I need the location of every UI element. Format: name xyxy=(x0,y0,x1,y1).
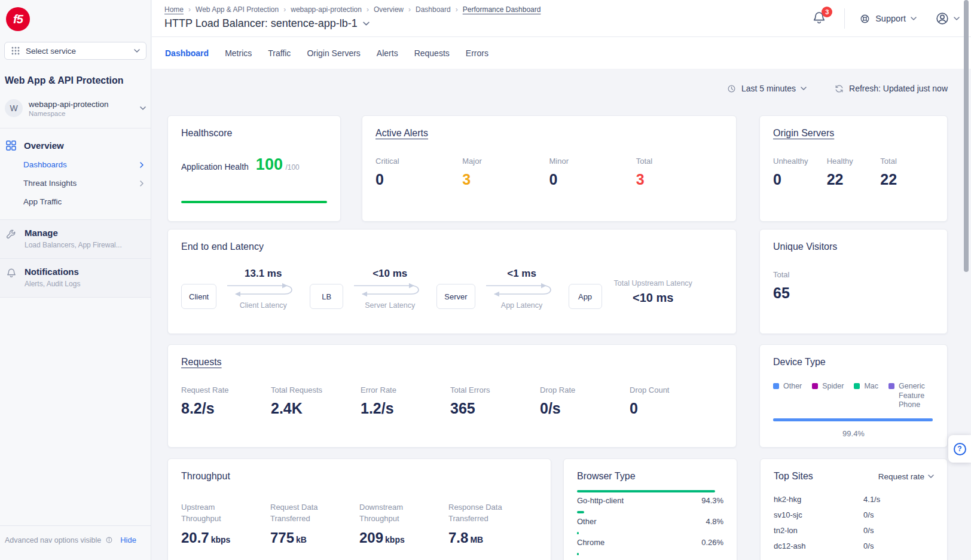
breadcrumb-item[interactable]: webapp-api-protection xyxy=(291,5,362,14)
help-button[interactable]: ? xyxy=(948,435,971,463)
manage-sublabel: Load Balancers, App Firewal... xyxy=(25,241,122,249)
notifications-bell-button[interactable]: 3 xyxy=(812,11,828,26)
legend-swatch xyxy=(888,383,894,389)
latency-hop-app: <1 ms App Latency xyxy=(484,268,560,310)
tab-origin-servers[interactable]: Origin Servers xyxy=(307,48,360,58)
healthscore-bar xyxy=(181,201,327,203)
chevron-down-icon xyxy=(140,106,146,110)
browser-type-title: Browser Type xyxy=(577,471,723,482)
browser-type-card: Browser Type Go-http-client 94.3% Other xyxy=(563,458,737,560)
support-menu[interactable]: Support xyxy=(859,13,917,25)
stat-major: Major 3 xyxy=(462,157,549,188)
chevron-down-icon xyxy=(954,17,960,20)
breadcrumb-separator: › xyxy=(456,5,458,14)
browser-bar xyxy=(577,511,584,513)
manage-label: Manage xyxy=(25,228,122,238)
device-type-legend: Other Spider Mac Generic Feature Phone xyxy=(773,382,934,410)
stat-error-rate: Error Rate 1.2/s xyxy=(361,385,450,417)
stat-healthy: Healthy 22 xyxy=(827,157,881,188)
sidebar-item-threat-insights[interactable]: Threat Insights xyxy=(0,174,151,192)
unique-visitors-title: Unique Visitors xyxy=(773,241,934,252)
active-alerts-title-link[interactable]: Active Alerts xyxy=(375,128,428,138)
latency-node-client: Client xyxy=(181,284,216,309)
overview-grid-icon xyxy=(6,140,16,151)
hide-nav-link[interactable]: Hide xyxy=(120,535,136,544)
namespace-name: webapp-api-protection xyxy=(29,100,109,109)
namespace-selector[interactable]: W webapp-api-protection Namespace xyxy=(5,99,146,117)
title-chevron-down-icon[interactable] xyxy=(363,22,370,26)
breadcrumb-item[interactable]: Dashboard xyxy=(416,5,451,14)
breadcrumb-current[interactable]: Performance Dashboard xyxy=(463,5,541,14)
app-traffic-label: App Traffic xyxy=(23,197,62,206)
requests-title-link[interactable]: Requests xyxy=(181,357,222,367)
stat-alerts-total: Total 3 xyxy=(636,157,723,188)
sidebar-item-manage[interactable]: Manage Load Balancers, App Firewal... xyxy=(0,219,151,258)
breadcrumb-separator: › xyxy=(408,5,411,14)
throughput-card: Throughput Upstream Throughput 20.7kbps … xyxy=(167,458,551,560)
top-sites-sort-dropdown[interactable]: Request rate xyxy=(878,472,934,481)
top-site-row: hk2-hkg 4.1/s xyxy=(774,491,934,507)
browser-row-other: Other 4.8% xyxy=(577,511,723,526)
chevron-down-icon xyxy=(134,49,140,53)
device-type-bar xyxy=(773,418,933,421)
sidebar-footer: Advanced nav options visible Hide xyxy=(0,525,151,560)
app-root: f5 Select service Web App & API Protecti… xyxy=(0,0,971,560)
breadcrumb-separator: › xyxy=(188,5,191,14)
legend-swatch xyxy=(854,383,860,389)
tab-alerts[interactable]: Alerts xyxy=(377,48,398,58)
breadcrumb-item[interactable]: Web App & API Protection xyxy=(196,5,279,14)
notification-badge: 3 xyxy=(822,7,832,17)
tab-dashboard[interactable]: Dashboard xyxy=(165,48,209,58)
stat-unhealthy: Unhealthy 0 xyxy=(773,157,827,188)
stat-total-requests: Total Requests 2.4K xyxy=(271,385,361,417)
chevron-down-icon xyxy=(928,475,934,478)
browser-bar xyxy=(577,553,579,555)
header-right: 3 Support xyxy=(812,0,960,37)
top-site-row: sv10-sjc 0/s xyxy=(774,507,934,522)
refresh-button[interactable]: Refresh: Updated just now xyxy=(834,84,948,94)
latency-node-app: App xyxy=(569,284,602,309)
breadcrumb-home[interactable]: Home xyxy=(164,5,184,14)
main-area: Home › Web App & API Protection › webapp… xyxy=(152,0,971,560)
stat-minor: Minor 0 xyxy=(549,157,636,188)
tab-errors[interactable]: Errors xyxy=(466,48,488,58)
legend-swatch xyxy=(773,383,779,389)
chevron-down-icon xyxy=(911,17,917,20)
sidebar-nav: Overview Dashboards Threat Insights App … xyxy=(0,128,151,219)
origin-servers-card: Origin Servers Unhealthy 0 Healthy 22 To… xyxy=(759,115,948,222)
top-site-row: dc12-ash 0/s xyxy=(774,538,934,553)
sidebar-item-overview[interactable]: Overview xyxy=(0,136,151,155)
clock-icon xyxy=(726,84,737,94)
browser-row-go-http-client: Go-http-client 94.3% xyxy=(577,490,723,505)
tab-bar: Dashboard Metrics Traffic Origin Servers… xyxy=(152,37,971,69)
breadcrumb-item[interactable]: Overview xyxy=(374,5,404,14)
user-menu[interactable] xyxy=(935,11,960,26)
latency-title: End to end Latency xyxy=(181,241,723,252)
header-divider xyxy=(844,8,845,29)
service-section-title: Web App & API Protection xyxy=(5,75,146,86)
notifications-sublabel: Alerts, Audit Logs xyxy=(25,280,80,288)
stat-request-rate: Request Rate 8.2/s xyxy=(181,385,271,417)
top-site-row: tn2-lon 0/s xyxy=(774,522,934,538)
tab-metrics[interactable]: Metrics xyxy=(225,48,252,58)
select-service-dropdown[interactable]: Select service xyxy=(4,42,146,60)
tab-traffic[interactable]: Traffic xyxy=(268,48,291,58)
active-alerts-card: Active Alerts Critical 0 Major 3 Minor 0 xyxy=(362,115,737,222)
requests-card: Requests Request Rate 8.2/s Total Reques… xyxy=(167,344,737,448)
info-icon[interactable] xyxy=(105,535,114,544)
origin-servers-title-link[interactable]: Origin Servers xyxy=(773,128,834,138)
loop-arrow-icon xyxy=(225,280,301,300)
sidebar-item-app-traffic[interactable]: App Traffic xyxy=(0,192,151,211)
latency-diagram: Client 13.1 ms Client Latency xyxy=(181,268,723,310)
time-range-selector[interactable]: Last 5 minutes xyxy=(726,84,807,94)
overview-label: Overview xyxy=(24,140,64,151)
breadcrumb-separator: › xyxy=(367,5,369,14)
select-service-label: Select service xyxy=(26,47,129,56)
latency-card: End to end Latency Client 13.1 ms xyxy=(167,229,737,334)
tab-requests[interactable]: Requests xyxy=(414,48,450,58)
page-scrollbar-thumb[interactable] xyxy=(964,0,969,272)
sidebar-item-notifications[interactable]: Notifications Alerts, Audit Logs xyxy=(0,258,151,298)
sidebar-item-dashboards[interactable]: Dashboards xyxy=(0,155,151,174)
cards-row-4: Throughput Upstream Throughput 20.7kbps … xyxy=(167,458,948,560)
stat-servers-total: Total 22 xyxy=(880,157,934,188)
